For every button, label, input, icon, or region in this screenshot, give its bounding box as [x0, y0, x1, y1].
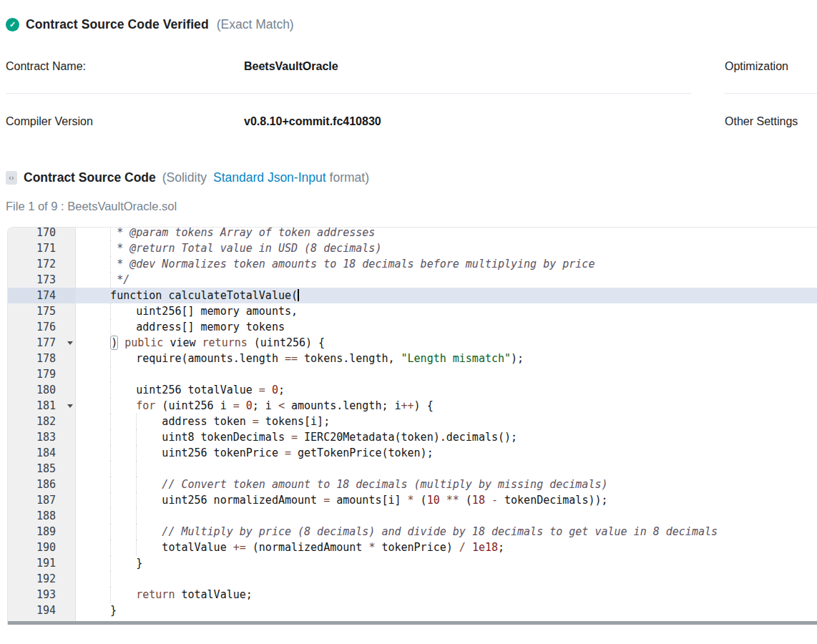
- compiler-version-value: v0.8.10+commit.fc410830: [244, 115, 381, 128]
- code-line: 192: [8, 571, 817, 587]
- code-line-content: uint256 tokenPrice = getTokenPrice(token…: [76, 445, 817, 461]
- code-line: 183 uint8 tokenDecimals = IERC20Metadata…: [8, 429, 817, 445]
- line-number: 171: [8, 240, 76, 256]
- line-number: 187: [8, 492, 76, 508]
- line-number: 185: [8, 461, 76, 477]
- code-line: 189 // Multiply by price (8 decimals) an…: [8, 524, 817, 540]
- format-suffix: format): [330, 170, 369, 185]
- indent-guide: [110, 366, 111, 382]
- line-number: 186: [8, 477, 76, 492]
- contract-name-label: Contract Name:: [6, 60, 244, 73]
- code-line-content: address[] memory tokens: [76, 319, 817, 335]
- source-code-title: Contract Source Code: [24, 170, 156, 185]
- line-number: 193: [8, 587, 76, 602]
- code-line: 175 uint256[] memory amounts,: [8, 303, 817, 319]
- indent-guide: [136, 508, 137, 524]
- fold-arrow-icon[interactable]: [67, 404, 73, 408]
- text-cursor: [298, 289, 299, 301]
- format-prefix: (Solidity: [162, 170, 207, 185]
- file-code-icon: ‹›: [6, 171, 17, 185]
- code-line-content: * @param tokens Array of token addresses: [76, 227, 817, 240]
- verified-title: Contract Source Code Verified: [26, 17, 209, 32]
- code-line: 178 require(amounts.length == tokens.len…: [8, 351, 817, 366]
- source-code-section-header: ‹› Contract Source Code (Solidity Standa…: [6, 169, 817, 186]
- code-line-content: */: [76, 272, 817, 288]
- code-line-content: * @return Total value in USD (8 decimals…: [76, 240, 817, 256]
- code-line-content: // Multiply by price (8 decimals) and di…: [76, 524, 817, 540]
- code-line-content: address token = tokens[i];: [76, 414, 817, 429]
- code-line-content: totalValue += (normalizedAmount * tokenP…: [76, 540, 817, 555]
- contract-verification-page: ✓ Contract Source Code Verified (Exact M…: [0, 0, 817, 625]
- file-label: File 1 of 9 : BeetsVaultOracle.sol: [6, 200, 817, 213]
- exact-match-badge: (Exact Match): [217, 17, 294, 32]
- optimization-label: Optimization: [725, 60, 817, 73]
- verified-header: ✓ Contract Source Code Verified (Exact M…: [6, 0, 817, 32]
- code-line: 194 }: [8, 602, 817, 618]
- code-line-content: // Convert token amount to 18 decimals (…: [76, 477, 817, 492]
- code-line: 193 return totalValue;: [8, 587, 817, 602]
- source-code-editor[interactable]: 170 * @param tokens Array of token addre…: [7, 227, 817, 625]
- code-line: 174 function calculateTotalValue(: [8, 288, 817, 303]
- line-number: 179: [8, 366, 76, 382]
- code-line: 190 totalValue += (normalizedAmount * to…: [8, 540, 817, 555]
- standard-json-input-link[interactable]: Standard Json-Input: [213, 170, 326, 185]
- code-line-content: [76, 508, 817, 524]
- other-settings-label: Other Settings: [725, 115, 817, 128]
- code-rows: 170 * @param tokens Array of token addre…: [8, 227, 817, 625]
- code-line-content: * @dev Normalizes token amounts to 18 de…: [76, 256, 817, 272]
- code-line-content: uint256 totalValue = 0;: [76, 382, 817, 398]
- line-number: 174: [8, 288, 76, 303]
- code-line: 173 */: [8, 272, 817, 288]
- code-line: 188: [8, 508, 817, 524]
- code-line: 191 }: [8, 555, 817, 571]
- horizontal-scrollbar[interactable]: [8, 621, 817, 625]
- code-line-content: for (uint256 i = 0; i < amounts.length; …: [76, 398, 817, 414]
- line-number: 188: [8, 508, 76, 524]
- line-number: 191: [8, 555, 76, 571]
- contract-name-value: BeetsVaultOracle: [244, 60, 338, 73]
- code-line-content: [76, 461, 817, 477]
- verified-check-icon: ✓: [6, 18, 19, 31]
- contract-name-row: Contract Name: BeetsVaultOracle: [6, 32, 691, 94]
- line-number: 192: [8, 571, 76, 587]
- code-line-content: }: [76, 602, 817, 618]
- optimization-row: Optimization: [725, 32, 817, 94]
- line-number: 194: [8, 602, 76, 618]
- compiler-version-label: Compiler Version: [6, 115, 244, 128]
- code-line: 187 uint256 normalizedAmount = amounts[i…: [8, 492, 817, 508]
- code-line: 177 ) public view returns (uint256) {: [8, 335, 817, 351]
- indent-guide: [110, 571, 111, 587]
- line-number: 178: [8, 351, 76, 366]
- indent-guide: [110, 461, 111, 477]
- code-line: 185: [8, 461, 817, 477]
- line-number: 189: [8, 524, 76, 540]
- line-number: 182: [8, 414, 76, 429]
- line-number: 173: [8, 272, 76, 288]
- code-line-content: }: [76, 555, 817, 571]
- code-line-content: [76, 366, 817, 382]
- code-line: 172 * @dev Normalizes token amounts to 1…: [8, 256, 817, 272]
- line-number: 170: [8, 227, 76, 240]
- indent-guide: [110, 508, 111, 524]
- code-line-content: function calculateTotalValue(: [76, 288, 817, 303]
- compiler-version-row: Compiler Version v0.8.10+commit.fc410830: [6, 94, 691, 128]
- line-number: 180: [8, 382, 76, 398]
- indent-guide: [136, 461, 137, 477]
- code-line: 176 address[] memory tokens: [8, 319, 817, 335]
- line-number: 190: [8, 540, 76, 555]
- code-line: 171 * @return Total value in USD (8 deci…: [8, 240, 817, 256]
- line-number: 172: [8, 256, 76, 272]
- code-line: 182 address token = tokens[i];: [8, 414, 817, 429]
- other-settings-row: Other Settings: [725, 94, 817, 128]
- fold-arrow-icon[interactable]: [67, 341, 73, 345]
- code-line-content: require(amounts.length == tokens.length,…: [76, 351, 817, 366]
- line-number: 181: [8, 398, 76, 414]
- line-number: 183: [8, 429, 76, 445]
- line-number: 177: [8, 335, 76, 351]
- code-line-content: [76, 571, 817, 587]
- code-line-content: uint8 tokenDecimals = IERC20Metadata(tok…: [76, 429, 817, 445]
- code-line-content: uint256[] memory amounts,: [76, 303, 817, 319]
- line-number: 184: [8, 445, 76, 461]
- code-line: 170 * @param tokens Array of token addre…: [8, 227, 817, 240]
- line-number: 176: [8, 319, 76, 335]
